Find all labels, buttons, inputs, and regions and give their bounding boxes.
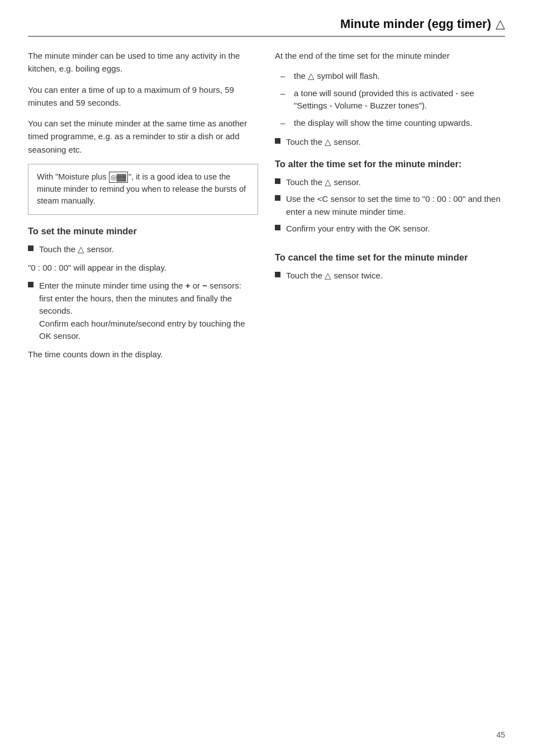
dash-item-1: the △ symbol will flash. — [275, 70, 505, 83]
set-bullet-2: Enter the minute minder time using the +… — [28, 280, 258, 343]
bullet-icon-2 — [28, 282, 34, 287]
dash-item-1-text: the △ symbol will flash. — [294, 70, 380, 83]
set-bullet-2-line1: Enter the minute minder time using the +… — [39, 281, 241, 290]
alter-bullet-2: Use the <C sensor to set the time to "0 … — [275, 193, 505, 218]
set-section-heading: To set the minute minder — [28, 226, 258, 237]
alter-bullet-3: Confirm your entry with the OK sensor. — [275, 223, 505, 235]
intro-paragraph-2: You can enter a time of up to a maximum … — [28, 83, 258, 110]
dash-item-2-text: a tone will sound (provided this is acti… — [294, 87, 505, 112]
moisture-icon: ◎▓▓ — [109, 172, 128, 183]
callout-text-before: With "Moisture plus — [37, 172, 108, 181]
set-bullet-2-text: Enter the minute minder time using the +… — [39, 280, 258, 343]
alter-bullet-2-text: Use the <C sensor to set the time to "0 … — [286, 193, 505, 218]
alter-bullet-3-text: Confirm your entry with the OK sensor. — [286, 223, 430, 235]
end-of-time-bullet-list: Touch the △ sensor. — [275, 136, 505, 149]
left-column: The minute minder can be used to time an… — [28, 49, 258, 366]
end-of-time-intro: At the end of the time set for the minut… — [275, 49, 505, 62]
end-of-time-bullet: Touch the △ sensor. — [275, 136, 505, 149]
countdown-text: The time counts down in the display. — [28, 348, 258, 361]
cancel-bullet-text: Touch the △ sensor twice. — [286, 270, 383, 282]
intro-paragraph-1: The minute minder can be used to time an… — [28, 49, 258, 75]
cancel-bullet-icon — [275, 272, 280, 277]
alter-section-heading: To alter the time set for the minute min… — [275, 159, 505, 169]
dash-item-3: the display will show the time counting … — [275, 117, 505, 130]
page-number: 45 — [496, 730, 505, 739]
callout-box: With "Moisture plus ◎▓▓", it is a good i… — [28, 164, 258, 215]
alter-bullet-1-text: Touch the △ sensor. — [286, 176, 361, 189]
right-column: At the end of the time set for the minut… — [275, 49, 505, 366]
page-title: Minute minder (egg timer) — [340, 17, 491, 31]
content-columns: The minute minder can be used to time an… — [28, 49, 505, 366]
intro-paragraph-3: You can set the minute minder at the sam… — [28, 117, 258, 156]
bullet-icon-1 — [28, 245, 34, 251]
cancel-bullet-1: Touch the △ sensor twice. — [275, 270, 505, 282]
page-header: Minute minder (egg timer) △ — [28, 17, 505, 37]
end-of-time-bullet-text: Touch the △ sensor. — [286, 136, 361, 149]
dash-item-3-text: the display will show the time counting … — [294, 117, 472, 130]
end-of-time-dash-list: the △ symbol will flash. a tone will sou… — [275, 70, 505, 129]
alter-bullet-icon-1 — [275, 178, 280, 184]
bell-icon-header: △ — [496, 17, 505, 31]
set-bullet-2-line2: first enter the hours, then the minutes … — [39, 294, 232, 316]
set-bullet-1: Touch the △ sensor. — [28, 243, 258, 256]
cancel-bullet-list: Touch the △ sensor twice. — [275, 270, 505, 282]
alter-bullet-1: Touch the △ sensor. — [275, 176, 505, 189]
set-bullet-2-line3: Confirm each hour/minute/second entry by… — [39, 319, 245, 341]
set-bullet-2-list: Enter the minute minder time using the +… — [28, 280, 258, 343]
display-text: "0 : 00 : 00" will appear in the display… — [28, 262, 258, 275]
set-bullet-1-text: Touch the △ sensor. — [39, 243, 114, 256]
alter-bullet-icon-3 — [275, 225, 280, 230]
cancel-section-heading: To cancel the time set for the minute mi… — [275, 252, 505, 263]
alter-bullet-icon-2 — [275, 195, 280, 201]
alter-bullet-list: Touch the △ sensor. Use the <C sensor to… — [275, 176, 505, 235]
bullet-icon-end — [275, 138, 280, 144]
dash-item-2: a tone will sound (provided this is acti… — [275, 87, 505, 112]
set-bullet-list: Touch the △ sensor. — [28, 243, 258, 256]
